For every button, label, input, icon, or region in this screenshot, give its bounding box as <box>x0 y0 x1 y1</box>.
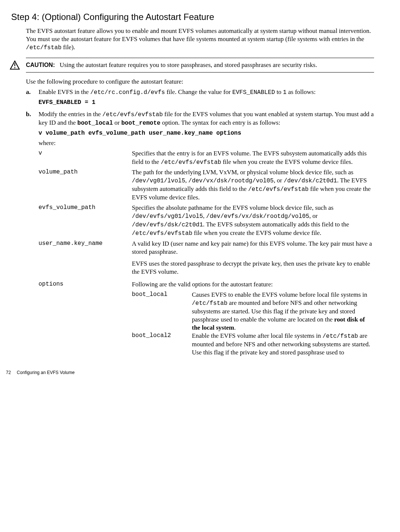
text: . <box>234 324 236 331</box>
option-boot-local: boot_local Causes EVFS to enable the EVF… <box>132 291 374 332</box>
desc: Enable the EVFS volume after local file … <box>192 332 374 357</box>
text: , or <box>309 212 318 219</box>
text: A valid key ID (user name and key pair n… <box>132 240 374 256</box>
code: /etc/evfs/evfstab <box>102 111 163 118</box>
intro-paragraph: The EVFS autostart feature allows you to… <box>26 27 374 52</box>
caution-block: CAUTION: Using the autostart feature req… <box>26 58 374 73</box>
desc: Causes EVFS to enable the EVFS volume be… <box>192 291 374 332</box>
term: boot_local <box>132 291 192 332</box>
option-boot-local2: boot_local2 Enable the EVFS volume after… <box>132 332 374 357</box>
text: Enable EVFS in the <box>39 88 90 95</box>
code: /etc/evfs/evfstab <box>161 159 221 166</box>
text: , or <box>274 177 284 184</box>
caution-label: CAUTION: <box>26 62 55 68</box>
text: EVFS uses the stored passphrase to decry… <box>132 260 374 276</box>
options-table: boot_local Causes EVFS to enable the EVF… <box>132 291 374 357</box>
caution-text: Using the autostart feature requires you… <box>60 61 317 68</box>
term: options <box>39 280 132 359</box>
text: Following are the valid options for the … <box>132 280 374 289</box>
code: /dev/vg01/lvol5 <box>132 178 185 184</box>
syntax-line: v volume_path evfs_volume_path user_name… <box>39 129 374 137</box>
where-label: where: <box>39 139 374 147</box>
text: to <box>275 88 283 95</box>
code: 1 <box>283 89 287 96</box>
term-evfs-volume-path: evfs_volume_path Specifies the absolute … <box>39 204 374 239</box>
svg-point-2 <box>14 67 16 68</box>
use-following: Use the following procedure to configure… <box>26 78 374 86</box>
step-b-letter: b. <box>26 110 39 359</box>
step-b: b. Modify the entries in the /etc/evfs/e… <box>26 110 374 359</box>
desc: Specifies the absolute pathname for the … <box>132 204 374 239</box>
code: /dev/evfs/dsk/c2t0d1 <box>132 222 203 228</box>
code-block: EVFS_ENABLED = 1 <box>39 99 374 107</box>
step-a: a. Enable EVFS in the /etc/rc.config.d/e… <box>26 88 374 107</box>
intro-text-1: The EVFS autostart feature allows you to… <box>26 27 371 43</box>
step-list: a. Enable EVFS in the /etc/rc.config.d/e… <box>26 88 374 359</box>
term: evfs_volume_path <box>39 204 132 239</box>
text: or <box>113 119 121 126</box>
desc: The path for the underlying LVM, VxVM, o… <box>132 168 374 204</box>
code: /dev/dsk/c2t0d1 <box>284 178 337 184</box>
intro-code: /etc/fstab <box>26 44 61 51</box>
text: as follows: <box>287 88 316 95</box>
page-footer: 72Configuring an EVFS Volume <box>6 370 374 376</box>
code: EVFS_ENABLED <box>232 89 275 96</box>
desc: Specifies that the entry is for an EVFS … <box>132 149 374 168</box>
term-options: options Following are the valid options … <box>39 280 374 359</box>
code: /dev/evfs/vx/dsk/rootdg/vol05 <box>206 213 309 220</box>
step-b-content: Modify the entries in the /etc/evfs/evfs… <box>39 110 374 359</box>
bold-code: boot_local <box>77 120 113 127</box>
text: Enable the EVFS volume after local file … <box>192 332 323 339</box>
step-a-content: Enable EVFS in the /etc/rc.config.d/evfs… <box>39 88 374 107</box>
where-table: v Specifies that the entry is for an EVF… <box>39 149 374 359</box>
text: option. The syntax for each entry is as … <box>160 119 280 126</box>
code: /etc/fstab <box>192 300 227 307</box>
text: . The EVFS subsystem automatically adds … <box>203 221 349 228</box>
step-a-letter: a. <box>26 88 39 107</box>
bold-code: boot_remote <box>121 120 161 127</box>
code: /dev/vx/dsk/rootdg/vol05 <box>189 178 274 184</box>
code: /etc/evfs/evfstab <box>248 186 309 193</box>
term: boot_local2 <box>132 332 192 357</box>
text: file when you create the EVFS volume dev… <box>221 158 353 165</box>
desc: Following are the valid options for the … <box>132 280 374 359</box>
term: volume_path <box>39 168 132 204</box>
text: file. Change the value for <box>165 88 232 95</box>
text: Causes EVFS to enable the EVFS volume be… <box>192 291 367 298</box>
page-number: 72 <box>6 370 11 376</box>
term-v: v Specifies that the entry is for an EVF… <box>39 149 374 168</box>
code: /dev/evfs/vg01/lvol5 <box>132 213 203 220</box>
term: user_name.key_name <box>39 240 132 280</box>
term-user-name-key-name: user_name.key_name A valid key ID (user … <box>39 240 374 280</box>
code: /etc/rc.config.d/evfs <box>90 89 165 96</box>
text: Specifies the absolute pathname for the … <box>132 204 333 211</box>
text: file when you create the EVFS volume dev… <box>192 229 321 236</box>
text: Modify the entries in the <box>39 111 102 118</box>
intro-text-2: file). <box>61 44 75 51</box>
code: /etc/evfs/evfstab <box>132 230 192 237</box>
text: , <box>185 177 189 184</box>
desc: A valid key ID (user name and key pair n… <box>132 240 374 280</box>
code: /etc/fstab <box>323 333 358 340</box>
page-heading: Step 4: (Optional) Configuring the Autos… <box>11 11 374 23</box>
term-volume-path: volume_path The path for the underlying … <box>39 168 374 204</box>
text: The path for the underlying LVM, VxVM, o… <box>132 169 353 176</box>
text: , <box>203 212 206 219</box>
term: v <box>39 149 132 168</box>
footer-title: Configuring an EVFS Volume <box>17 370 74 375</box>
caution-icon <box>10 60 20 72</box>
